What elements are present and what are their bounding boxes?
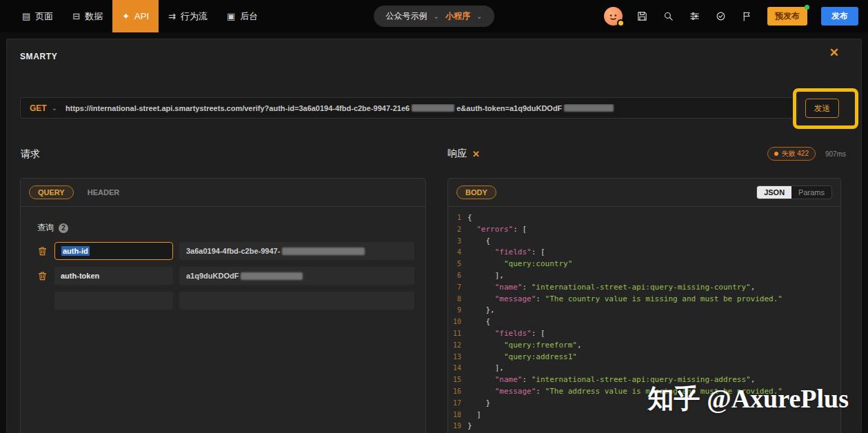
api-icon: ✦: [122, 11, 130, 21]
redacted-blur: [412, 104, 454, 112]
api-modal: SMARTY ✕ GET ⌄ https://international-str…: [6, 39, 862, 433]
code-line: 10 {: [448, 316, 840, 328]
param-key-input[interactable]: [54, 292, 173, 310]
redacted-blur: [564, 104, 614, 112]
code-line: 13 "query:address1": [448, 352, 840, 363]
param-key-input[interactable]: auth-token: [54, 267, 173, 285]
response-json: 1{2 "errors": [3 {4 "fields": [5 "query:…: [448, 207, 840, 432]
param-row: auth-token a1q9duKDOdF: [37, 267, 425, 285]
chevron-down-icon[interactable]: ⌄: [476, 12, 482, 20]
response-section-title: 响应: [447, 148, 467, 160]
screen: ▤ 页面 ⊟ 数据 ✦ API ⇉ 行为流 ▣ 后台 公众号示例 ⌄ 小: [0, 0, 868, 433]
platform-selector[interactable]: 小程序: [445, 10, 470, 22]
chevron-down-icon[interactable]: ⌄: [52, 104, 57, 112]
response-close-icon[interactable]: ✕: [472, 149, 480, 159]
response-panel: BODY JSON Params 1{2 "errors": [3 {4 "fi…: [447, 178, 841, 433]
publish-button[interactable]: 发布: [821, 7, 858, 26]
code-line: 11 "fields": [: [448, 328, 840, 340]
code-line: 3 {: [448, 236, 840, 248]
delete-param-icon[interactable]: [37, 245, 48, 257]
status-badge-label: 失败 422: [782, 149, 809, 159]
request-panel: QUERY HEADER 查询 2 auth-id: [20, 178, 426, 433]
param-value-input[interactable]: a1q9duKDOdF: [179, 267, 414, 285]
param-value-input[interactable]: 3a6a0194-4fbd-c2be-9947-: [179, 242, 414, 260]
flow-icon: ⇉: [168, 11, 176, 21]
code-line: 7 "name": "international-street-api:quer…: [448, 282, 840, 294]
request-section-title: 请求: [21, 148, 40, 161]
nav-tab-pages-label: 页面: [35, 10, 53, 23]
api-title: SMARTY: [20, 52, 57, 61]
param-row: auth-id 3a6a0194-4fbd-c2be-9947-: [37, 242, 425, 260]
prerelease-button[interactable]: 预发布: [767, 7, 807, 26]
nav-tab-flow-label: 行为流: [181, 10, 208, 23]
send-button[interactable]: 发送: [805, 99, 839, 118]
code-line: 18 ]: [448, 410, 840, 421]
response-duration: 907ms: [825, 150, 846, 158]
pages-icon: ▤: [22, 11, 30, 21]
status-dot-icon: [774, 152, 778, 156]
flag-icon[interactable]: [741, 10, 754, 23]
request-url-bar[interactable]: GET ⌄ https://international-street.api.s…: [20, 97, 798, 119]
status-badge: 失败 422: [767, 147, 816, 161]
method-select[interactable]: GET: [30, 103, 47, 113]
code-line: 1{: [448, 212, 840, 224]
url-text-1: https://international-street.api.smartys…: [65, 104, 410, 112]
nav-tab-backend-label: 后台: [240, 10, 258, 23]
code-line: 5 "query:country": [448, 259, 840, 270]
tab-body[interactable]: BODY: [456, 185, 496, 199]
top-navbar: ▤ 页面 ⊟ 数据 ✦ API ⇉ 行为流 ▣ 后台 公众号示例 ⌄ 小: [0, 0, 868, 32]
publish-label: 发布: [831, 10, 848, 22]
request-url: https://international-street.api.smartys…: [65, 104, 616, 112]
code-line: 17 }: [448, 398, 840, 410]
search-icon[interactable]: [663, 10, 675, 23]
user-avatar[interactable]: [604, 7, 623, 26]
param-row: [37, 292, 425, 310]
check-icon[interactable]: [715, 10, 727, 23]
query-params-body: 查询 2 auth-id 3a6a0194-4fbd-c2be-9947-: [21, 207, 425, 310]
code-line: 14 ],: [448, 363, 840, 374]
code-line: 16 "message": "The address value is miss…: [448, 386, 840, 398]
settings-icon[interactable]: [689, 10, 701, 23]
code-line: 6 ],: [448, 270, 840, 282]
param-value-text: 3a6a0194-4fbd-c2be-9947-: [186, 247, 280, 255]
response-section-header: 响应 ✕ 失败 422 907ms: [447, 147, 846, 161]
format-json[interactable]: JSON: [757, 186, 791, 199]
param-key-input[interactable]: auth-id: [54, 242, 173, 260]
avatar-badge: [617, 19, 625, 27]
prerelease-label: 预发布: [775, 10, 800, 22]
close-icon[interactable]: ✕: [829, 46, 839, 60]
redacted-blur: [282, 248, 365, 255]
param-rows: auth-id 3a6a0194-4fbd-c2be-9947- auth-to…: [37, 242, 425, 310]
nav-tab-api[interactable]: ✦ API: [112, 0, 159, 32]
data-icon: ⊟: [72, 11, 80, 21]
param-count-badge: 2: [59, 223, 68, 233]
redacted-blur: [241, 272, 303, 280]
backend-icon: ▣: [227, 11, 235, 21]
nav-tab-flow[interactable]: ⇉ 行为流: [159, 0, 217, 32]
param-value-text: a1q9duKDOdF: [186, 272, 239, 280]
code-line: 12 "query:freeform",: [448, 340, 840, 352]
selected-text: auth-id: [61, 246, 90, 256]
code-line: 9 },: [448, 305, 840, 316]
app-selector[interactable]: 公众号示例: [386, 10, 427, 22]
topbar-actions: 预发布 发布: [604, 0, 858, 32]
tab-header[interactable]: HEADER: [88, 188, 119, 197]
save-icon[interactable]: [636, 10, 649, 23]
nav-tab-data[interactable]: ⊟ 数据: [63, 0, 112, 32]
param-value-input[interactable]: [179, 292, 414, 310]
format-toggle: JSON Params: [756, 185, 832, 199]
code-line: 2 "errors": [: [448, 224, 840, 236]
nav-tab-data-label: 数据: [85, 10, 103, 23]
nav-tab-backend[interactable]: ▣ 后台: [217, 0, 268, 32]
tab-query[interactable]: QUERY: [29, 185, 74, 199]
nav-tab-pages[interactable]: ▤ 页面: [12, 0, 63, 32]
code-line: 4 "fields": [: [448, 247, 840, 259]
prerelease-notification-dot: [805, 5, 809, 10]
query-label-text: 查询: [37, 222, 54, 234]
code-line: 15 "name": "international-street-api:que…: [448, 374, 840, 386]
code-line: 19}: [448, 421, 840, 432]
response-panel-tabs: BODY JSON Params: [448, 179, 840, 207]
chevron-down-icon[interactable]: ⌄: [434, 12, 439, 20]
format-params[interactable]: Params: [791, 186, 831, 199]
delete-param-icon[interactable]: [37, 270, 48, 282]
